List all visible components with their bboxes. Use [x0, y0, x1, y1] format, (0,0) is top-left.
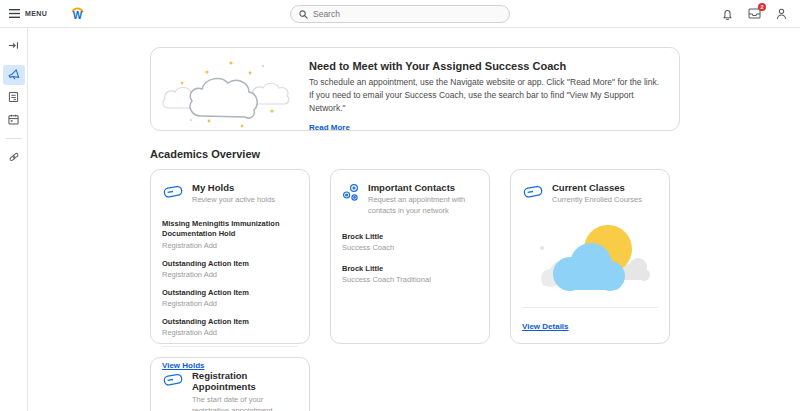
- cloud-illustration: [151, 48, 301, 130]
- notifications-button[interactable]: [720, 7, 734, 21]
- section-title: Academics Overview: [150, 148, 680, 160]
- megaphone-icon: [8, 69, 20, 81]
- sidebar-item-announcements[interactable]: [3, 65, 25, 85]
- search-icon: [299, 10, 308, 19]
- card-subtitle: Review your active holds: [192, 195, 275, 206]
- notification-badge: 2: [758, 3, 766, 11]
- hold-subtitle: Registration Add: [162, 270, 298, 279]
- top-bar: MENU W 2: [0, 0, 800, 28]
- calendar-icon: [8, 114, 19, 125]
- read-more-link[interactable]: Read More: [309, 123, 350, 131]
- hold-title: Outstanding Action Item: [162, 317, 298, 327]
- search-input[interactable]: [313, 9, 501, 19]
- view-details-link[interactable]: View Details: [522, 322, 569, 331]
- contact-name: Brock Little: [342, 264, 478, 273]
- card-title: Current Classes: [552, 182, 642, 193]
- clipboard-icon: [8, 91, 19, 103]
- sidebar: [0, 28, 28, 411]
- hold-title: Missing Meningitis Immunization Document…: [162, 219, 298, 239]
- person-icon: [776, 8, 787, 20]
- main-content: Need to Meet with Your Assigned Success …: [28, 28, 800, 411]
- bell-icon: [722, 8, 733, 20]
- registration-icon: [162, 371, 184, 411]
- announcement-title: Need to Meet with Your Assigned Success …: [309, 60, 661, 72]
- topbar-actions: 2: [720, 7, 788, 21]
- hold-subtitle: Registration Add: [162, 299, 298, 308]
- announcement-card: Need to Meet with Your Assigned Success …: [150, 47, 680, 131]
- contact-item[interactable]: Brock Little Success Coach: [342, 232, 478, 252]
- hold-title: Outstanding Action Item: [162, 259, 298, 269]
- contacts-list: Brock Little Success Coach Brock Little …: [342, 232, 478, 296]
- sidebar-item-tasks[interactable]: [3, 87, 25, 107]
- svg-text:W: W: [73, 10, 83, 21]
- card-subtitle: Request an appointment with contacts in …: [368, 195, 478, 217]
- hold-item: Outstanding Action Item Registration Add: [162, 259, 298, 279]
- card-title: My Holds: [192, 182, 275, 193]
- search-bar: [290, 5, 510, 23]
- sidebar-divider: [6, 138, 22, 139]
- link-icon: [8, 151, 20, 163]
- sun-cloud-illustration: [528, 216, 652, 304]
- hamburger-icon: [9, 9, 20, 18]
- hold-item: Outstanding Action Item Registration Add: [162, 288, 298, 308]
- contacts-icon: [342, 183, 360, 217]
- classes-icon: [522, 183, 544, 206]
- holds-list: Missing Meningitis Immunization Document…: [162, 219, 298, 346]
- holds-icon: [162, 183, 184, 206]
- inbox-button[interactable]: 2: [747, 7, 761, 21]
- current-classes-card: Current Classes Currently Enrolled Cours…: [510, 169, 670, 344]
- card-subtitle: The start date of your registration appo…: [192, 395, 298, 411]
- contact-item[interactable]: Brock Little Success Coach Traditional: [342, 264, 478, 284]
- workday-logo[interactable]: W: [69, 5, 86, 22]
- contact-name: Brock Little: [342, 232, 478, 241]
- hold-subtitle: Registration Add: [162, 328, 298, 337]
- card-title: Registration Appointments: [192, 370, 298, 393]
- workday-student-home: MENU W 2: [0, 0, 800, 411]
- view-holds-link[interactable]: View Holds: [162, 361, 205, 370]
- hold-item: Missing Meningitis Immunization Document…: [162, 219, 298, 249]
- cards-row: My Holds Review your active holds Missin…: [150, 169, 680, 344]
- contact-role: Success Coach Traditional: [342, 275, 478, 284]
- sidebar-item-calendar[interactable]: [3, 109, 25, 129]
- hold-title: Outstanding Action Item: [162, 288, 298, 298]
- menu-button[interactable]: MENU: [9, 9, 47, 18]
- sidebar-item-links[interactable]: [3, 147, 25, 167]
- menu-label: MENU: [25, 10, 47, 17]
- contact-role: Success Coach: [342, 243, 478, 252]
- hold-item: Outstanding Action Item Registration Add: [162, 317, 298, 337]
- announcement-body: To schedule an appointment, use the Navi…: [309, 76, 661, 116]
- card-subtitle: Currently Enrolled Courses: [552, 195, 642, 206]
- important-contacts-card: Important Contacts Request an appointmen…: [330, 169, 490, 344]
- profile-button[interactable]: [774, 7, 788, 21]
- hold-subtitle: Registration Add: [162, 241, 298, 250]
- sidebar-item-collapse[interactable]: [3, 35, 25, 55]
- my-holds-card: My Holds Review your active holds Missin…: [150, 169, 310, 344]
- arrow-to-bar-icon: [8, 40, 19, 51]
- card-title: Important Contacts: [368, 182, 478, 193]
